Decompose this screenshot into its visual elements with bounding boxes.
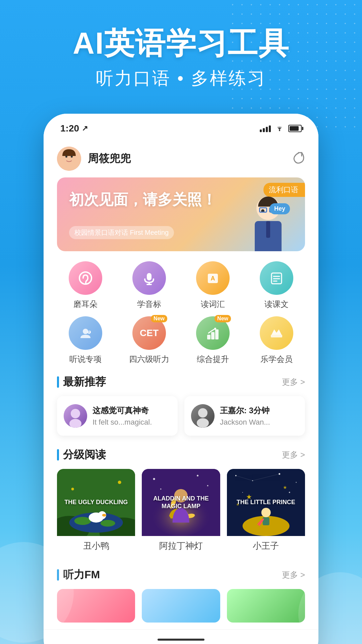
svg-point-52 [296, 482, 297, 483]
speaking-label: 听说专项 [69, 354, 102, 365]
svg-rect-7 [147, 273, 152, 280]
hey-bubble: Hey [269, 203, 290, 214]
svg-point-40 [118, 481, 121, 484]
status-time: 1:20 ↗ [60, 123, 88, 134]
graded-section-header: 分级阅读 更多 > [57, 447, 305, 462]
speaking-icon: 🎙 [69, 316, 102, 350]
refresh-icon[interactable] [292, 151, 305, 167]
graded-title: 分级阅读 [57, 447, 106, 462]
text-label: 读课文 [264, 299, 289, 310]
header-section: AI英语学习工具 听力口语 • 多样练习 [0, 0, 362, 104]
cet-icon: CET New [132, 316, 166, 350]
book-card-ugly-duckling[interactable]: THE UGLY DUCKLING 丑小鸭 [57, 469, 135, 556]
book-cover-3: ★ ★ ★ THE LITTLE PRINCE [227, 469, 305, 536]
svg-rect-19 [207, 335, 210, 339]
graded-more[interactable]: 更多 > [282, 449, 305, 460]
rec-card-2[interactable]: 王嘉尔: 3分钟 Jackson Wan... [184, 396, 305, 436]
avatar[interactable] [57, 147, 81, 171]
feature-item-text[interactable]: 读课文 [248, 261, 305, 310]
newest-title: 最新推荐 [57, 375, 106, 389]
vocab-icon: A [196, 261, 230, 295]
banner-character: Hey [241, 184, 295, 251]
rec-sub-1: It felt so...magical. [93, 418, 171, 427]
book-title-1: THE UGLY DUCKLING [61, 495, 131, 509]
status-icons [260, 124, 302, 133]
svg-point-35 [101, 520, 115, 527]
svg-rect-59 [262, 517, 269, 525]
book-label-3: 小王子 [227, 536, 305, 556]
newest-section-header: 最新推荐 更多 > [57, 375, 305, 389]
wifi-icon [275, 124, 284, 133]
svg-point-53 [242, 492, 243, 493]
user-info: 周筱兜兜 [57, 147, 131, 171]
user-name: 周筱兜兜 [88, 151, 131, 166]
status-bar: 1:20 ↗ [44, 114, 318, 137]
svg-point-4 [71, 156, 73, 158]
feature-item-comprehensive[interactable]: New 综合提升 [184, 316, 241, 365]
svg-point-54 [289, 492, 290, 493]
svg-rect-23 [271, 335, 282, 337]
rec-avatar-2 [191, 404, 215, 428]
ear-label: 磨耳朵 [73, 299, 98, 310]
svg-text:★: ★ [283, 485, 287, 490]
svg-point-0 [279, 130, 280, 131]
fm-section-header: 听力FM 更多 > [57, 568, 305, 582]
fm-card-3[interactable] [227, 589, 305, 623]
fm-card-list [57, 589, 305, 623]
mic-icon [132, 261, 166, 295]
svg-point-25 [71, 409, 80, 418]
svg-point-6 [85, 283, 87, 284]
book-card-little-prince[interactable]: ★ ★ ★ THE LITTLE PRINCE 小王子 [227, 469, 305, 556]
promotion-banner[interactable]: 流利口语 初次见面，请多关照！ 校园情景口语对话 First Meeting H… [57, 177, 305, 251]
fm-more[interactable]: 更多 > [282, 570, 305, 580]
feature-item-vocab[interactable]: A 读词汇 [184, 261, 241, 310]
svg-point-47 [160, 488, 162, 490]
comprehensive-label: 综合提升 [197, 354, 229, 365]
new-badge-comp: New [215, 315, 231, 322]
book-cover-1: THE UGLY DUCKLING [57, 469, 135, 536]
comprehensive-icon: New [196, 316, 230, 350]
svg-rect-20 [211, 332, 215, 339]
app-title: AI英语学习工具 [13, 27, 349, 60]
app-subtitle: 听力口语 • 多样练习 [13, 67, 349, 90]
feature-item-phonetics[interactable]: 学音标 [121, 261, 178, 310]
svg-point-45 [207, 485, 208, 486]
rec-card-1[interactable]: 这感觉可真神奇 It felt so...magical. [57, 396, 178, 436]
dot-separator: • [177, 68, 191, 88]
fm-card-2[interactable] [142, 589, 220, 623]
member-icon [260, 316, 293, 350]
banner-title: 初次见面，请多关照！ [69, 191, 217, 209]
new-badge-cet: New [151, 315, 167, 322]
user-header: 周筱兜兜 [57, 141, 305, 177]
feature-item-ear[interactable]: 磨耳朵 [57, 261, 114, 310]
svg-point-3 [65, 156, 67, 158]
book-title-3: THE LITTLE PRINCE [233, 495, 299, 509]
book-cards: THE UGLY DUCKLING 丑小鸭 [57, 469, 305, 556]
newest-more[interactable]: 更多 > [282, 377, 305, 387]
ear-icon [69, 261, 102, 295]
book-cover-2: ALADDIN AND THE MAGIC LAMP [142, 469, 220, 536]
phone-mockup: 1:20 ↗ [44, 114, 318, 644]
feature-item-member[interactable]: 乐学会员 [248, 316, 305, 365]
book-card-aladdin[interactable]: ALADDIN AND THE MAGIC LAMP 阿拉丁神灯 [142, 469, 220, 556]
rec-title-1: 这感觉可真神奇 [93, 405, 171, 416]
svg-point-38 [102, 514, 106, 517]
phone-content: 周筱兜兜 流利口语 初次见面，请多关照！ 校园情景口语对话 First Meet… [44, 137, 318, 623]
location-icon: ↗ [82, 124, 88, 133]
feature-item-cet[interactable]: CET New 四六级听力 [121, 316, 178, 365]
cet-label: 四六级听力 [129, 354, 169, 365]
book-label-2: 阿拉丁神灯 [142, 536, 220, 556]
rec-avatar-1 [64, 404, 87, 428]
svg-point-39 [71, 488, 74, 490]
text-icon [260, 261, 293, 295]
rec-sub-2: Jackson Wan... [220, 418, 298, 427]
book-title-2: ALADDIN AND THE MAGIC LAMP [142, 491, 220, 514]
feature-item-speaking[interactable]: 🎙 听说专项 [57, 316, 114, 365]
feature-grid: 磨耳朵 学音标 A [57, 261, 305, 365]
svg-point-44 [153, 478, 155, 480]
banner-subtitle: 校园情景口语对话 First Meeting [69, 226, 174, 239]
svg-text:🎙: 🎙 [87, 330, 91, 334]
signal-icon [260, 125, 271, 132]
svg-rect-21 [215, 329, 219, 339]
svg-point-29 [197, 418, 209, 428]
